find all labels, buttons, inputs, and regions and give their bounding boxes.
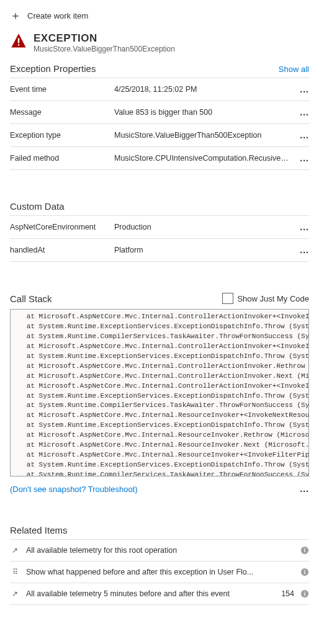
related-item[interactable]: ↗ All available telemetry 5 minutes befo… (10, 583, 309, 605)
warning-triangle-icon (10, 32, 27, 50)
property-row: handledAt Platform ... (10, 238, 309, 262)
svg-rect-7 (304, 570, 305, 571)
svg-rect-0 (18, 38, 19, 43)
related-item-label: All available telemetry for this root op… (26, 546, 288, 555)
call-stack-textbox[interactable]: at Microsoft.AspNetCore.Mvc.Internal.Con… (10, 309, 309, 476)
open-icon: ↗ (10, 589, 20, 598)
svg-rect-10 (304, 592, 305, 593)
property-value: Value 853 is bigger than 500 (114, 108, 292, 117)
more-icon[interactable]: ... (297, 245, 309, 255)
more-icon[interactable]: ... (297, 222, 309, 232)
more-icon[interactable]: ... (297, 153, 309, 163)
plus-icon: ＋ (10, 10, 21, 21)
property-row: Exception type MusicStore.ValueBiggerTha… (10, 123, 309, 146)
create-work-item-button[interactable]: ＋ Create work item (10, 10, 309, 32)
property-key: Event time (10, 85, 109, 94)
property-key: AspNetCoreEnvironment (10, 223, 109, 231)
property-key: Failed method (10, 154, 109, 163)
related-items-title: Related Items (10, 525, 309, 535)
open-icon: ↗ (10, 546, 20, 555)
svg-rect-3 (304, 550, 305, 552)
info-icon (300, 546, 309, 555)
call-stack-title: Call Stack (10, 293, 52, 304)
checkbox-icon (222, 293, 233, 304)
svg-rect-6 (304, 571, 305, 574)
more-icon[interactable]: ... (297, 107, 309, 117)
exception-header: EXCEPTION MusicStore.ValueBiggerThan500E… (10, 32, 309, 53)
property-row: Event time 4/25/2018, 11:25:02 PM ... (10, 78, 309, 101)
more-icon[interactable]: ... (297, 84, 309, 94)
svg-rect-4 (304, 548, 305, 549)
custom-data-table: AspNetCoreEnvironment Production ... han… (10, 215, 309, 262)
related-item-count: 154 (281, 589, 294, 598)
svg-rect-9 (304, 593, 305, 596)
related-item-label: All available telemetry 5 minutes before… (26, 589, 275, 598)
property-key: Message (10, 108, 109, 117)
info-icon (300, 568, 309, 576)
info-icon (300, 589, 309, 598)
more-icon[interactable]: ... (297, 130, 309, 140)
related-item[interactable]: ⠿ Show what happened before and after th… (10, 561, 309, 583)
more-icon[interactable]: ... (297, 484, 309, 494)
exception-properties-table: Event time 4/25/2018, 11:25:02 PM ... Me… (10, 78, 309, 170)
svg-rect-1 (18, 44, 19, 45)
show-all-link[interactable]: Show all (279, 65, 309, 74)
related-item-label: Show what happened before and after this… (26, 568, 288, 576)
show-just-my-code-checkbox[interactable]: Show Just My Code (222, 293, 309, 304)
exception-title: EXCEPTION (34, 32, 175, 45)
property-value: Platform (114, 246, 292, 254)
property-value: MusicStore.ValueBiggerThan500Exception (114, 131, 292, 140)
create-work-item-label: Create work item (27, 11, 88, 20)
exception-properties-title: Exception Properties (10, 63, 96, 74)
custom-data-title: Custom Data (10, 201, 309, 212)
troubleshoot-link[interactable]: (Don't see snapshot? Troubleshoot) (10, 485, 138, 494)
property-key: handledAt (10, 246, 109, 254)
property-row: Failed method MusicStore.CPUIntensiveCom… (10, 146, 309, 170)
exception-subtitle: MusicStore.ValueBiggerThan500Exception (34, 45, 175, 53)
property-key: Exception type (10, 131, 109, 140)
property-row: Message Value 853 is bigger than 500 ... (10, 101, 309, 123)
related-item[interactable]: ↗ All available telemetry for this root … (10, 539, 309, 561)
flow-icon: ⠿ (10, 568, 20, 576)
property-value: MusicStore.CPUIntensiveComputation.Recus… (114, 154, 292, 163)
property-value: Production (114, 223, 292, 231)
property-row: AspNetCoreEnvironment Production ... (10, 215, 309, 238)
checkbox-label: Show Just My Code (237, 294, 309, 303)
property-value: 4/25/2018, 11:25:02 PM (114, 85, 292, 94)
